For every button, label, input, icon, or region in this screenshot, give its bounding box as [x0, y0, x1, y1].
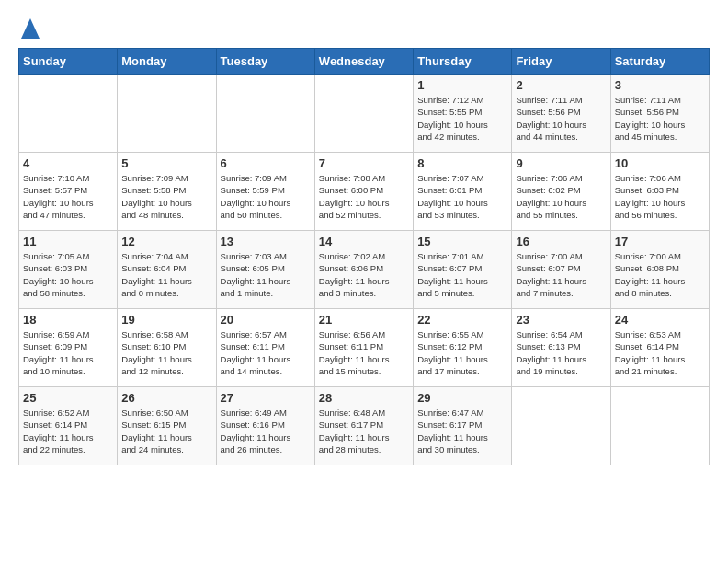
day-number: 14	[319, 235, 409, 248]
calendar-cell: 22Sunrise: 6:55 AM Sunset: 6:12 PM Dayli…	[414, 309, 512, 387]
weekday-header: Monday	[118, 49, 216, 75]
day-number: 7	[319, 156, 409, 170]
calendar-cell	[19, 75, 118, 153]
calendar-cell: 3Sunrise: 7:11 AM Sunset: 5:56 PM Daylig…	[610, 75, 709, 153]
day-info: Sunrise: 7:05 AM Sunset: 6:03 PM Dayligh…	[23, 250, 113, 299]
calendar-cell: 23Sunrise: 6:54 AM Sunset: 6:13 PM Dayli…	[512, 309, 610, 387]
day-number: 4	[23, 156, 113, 170]
calendar-cell	[216, 75, 314, 153]
calendar-cell: 2Sunrise: 7:11 AM Sunset: 5:56 PM Daylig…	[512, 75, 610, 153]
calendar-cell: 6Sunrise: 7:09 AM Sunset: 5:59 PM Daylig…	[216, 153, 314, 231]
day-info: Sunrise: 6:54 AM Sunset: 6:13 PM Dayligh…	[516, 328, 606, 377]
day-info: Sunrise: 7:07 AM Sunset: 6:01 PM Dayligh…	[417, 172, 507, 221]
day-info: Sunrise: 6:49 AM Sunset: 6:16 PM Dayligh…	[221, 407, 311, 455]
calendar-cell: 29Sunrise: 6:47 AM Sunset: 6:17 PM Dayli…	[414, 387, 512, 465]
day-info: Sunrise: 7:02 AM Sunset: 6:06 PM Dayligh…	[319, 250, 409, 299]
calendar-week-row: 4Sunrise: 7:10 AM Sunset: 5:57 PM Daylig…	[19, 153, 710, 231]
calendar-cell: 5Sunrise: 7:09 AM Sunset: 5:58 PM Daylig…	[118, 153, 216, 231]
calendar-cell: 18Sunrise: 6:59 AM Sunset: 6:09 PM Dayli…	[19, 309, 118, 387]
day-info: Sunrise: 6:53 AM Sunset: 6:14 PM Dayligh…	[615, 328, 705, 377]
day-number: 22	[417, 313, 507, 327]
logo	[18, 18, 40, 39]
day-number: 6	[221, 156, 311, 170]
day-info: Sunrise: 7:12 AM Sunset: 5:55 PM Dayligh…	[417, 94, 507, 143]
calendar-cell: 21Sunrise: 6:56 AM Sunset: 6:11 PM Dayli…	[314, 309, 413, 387]
calendar-cell: 1Sunrise: 7:12 AM Sunset: 5:55 PM Daylig…	[414, 75, 512, 153]
day-number: 20	[221, 313, 311, 327]
day-number: 9	[516, 156, 606, 170]
day-info: Sunrise: 7:11 AM Sunset: 5:56 PM Dayligh…	[516, 94, 606, 143]
day-number: 24	[615, 313, 705, 327]
svg-marker-0	[21, 18, 40, 39]
calendar-cell: 16Sunrise: 7:00 AM Sunset: 6:07 PM Dayli…	[512, 231, 610, 309]
calendar-cell: 19Sunrise: 6:58 AM Sunset: 6:10 PM Dayli…	[118, 309, 216, 387]
weekday-header: Saturday	[610, 49, 709, 75]
calendar-cell: 4Sunrise: 7:10 AM Sunset: 5:57 PM Daylig…	[19, 153, 118, 231]
day-number: 10	[615, 156, 705, 170]
weekday-header: Sunday	[19, 49, 118, 75]
calendar-cell: 10Sunrise: 7:06 AM Sunset: 6:03 PM Dayli…	[610, 153, 709, 231]
day-info: Sunrise: 7:06 AM Sunset: 6:03 PM Dayligh…	[615, 172, 705, 221]
day-number: 17	[615, 235, 705, 248]
day-info: Sunrise: 7:06 AM Sunset: 6:02 PM Dayligh…	[516, 172, 606, 221]
calendar-table: SundayMondayTuesdayWednesdayThursdayFrid…	[18, 48, 710, 465]
weekday-header: Thursday	[414, 49, 512, 75]
calendar-cell: 15Sunrise: 7:01 AM Sunset: 6:07 PM Dayli…	[414, 231, 512, 309]
day-number: 29	[417, 391, 507, 405]
calendar-cell: 20Sunrise: 6:57 AM Sunset: 6:11 PM Dayli…	[216, 309, 314, 387]
day-number: 8	[417, 156, 507, 170]
day-number: 26	[121, 391, 211, 405]
day-info: Sunrise: 7:10 AM Sunset: 5:57 PM Dayligh…	[23, 172, 113, 221]
calendar-cell: 8Sunrise: 7:07 AM Sunset: 6:01 PM Daylig…	[414, 153, 512, 231]
weekday-header: Wednesday	[314, 49, 413, 75]
day-number: 2	[516, 78, 606, 92]
calendar-cell: 9Sunrise: 7:06 AM Sunset: 6:02 PM Daylig…	[512, 153, 610, 231]
day-info: Sunrise: 6:48 AM Sunset: 6:17 PM Dayligh…	[319, 407, 409, 455]
day-info: Sunrise: 6:58 AM Sunset: 6:10 PM Dayligh…	[121, 328, 211, 377]
calendar-cell: 28Sunrise: 6:48 AM Sunset: 6:17 PM Dayli…	[314, 387, 413, 465]
calendar-cell: 25Sunrise: 6:52 AM Sunset: 6:14 PM Dayli…	[19, 387, 118, 465]
day-info: Sunrise: 6:50 AM Sunset: 6:15 PM Dayligh…	[121, 407, 211, 455]
day-info: Sunrise: 6:52 AM Sunset: 6:14 PM Dayligh…	[23, 407, 113, 455]
day-number: 11	[23, 235, 113, 248]
day-number: 25	[23, 391, 113, 405]
calendar-week-row: 18Sunrise: 6:59 AM Sunset: 6:09 PM Dayli…	[19, 309, 710, 387]
page-header	[18, 18, 710, 39]
day-info: Sunrise: 6:56 AM Sunset: 6:11 PM Dayligh…	[319, 328, 409, 377]
day-number: 1	[417, 78, 507, 92]
day-info: Sunrise: 6:47 AM Sunset: 6:17 PM Dayligh…	[417, 407, 507, 455]
day-info: Sunrise: 7:09 AM Sunset: 5:59 PM Dayligh…	[221, 172, 311, 221]
weekday-header-row: SundayMondayTuesdayWednesdayThursdayFrid…	[19, 49, 710, 75]
day-number: 23	[516, 313, 606, 327]
calendar-cell: 26Sunrise: 6:50 AM Sunset: 6:15 PM Dayli…	[118, 387, 216, 465]
day-number: 19	[121, 313, 211, 327]
day-number: 12	[121, 235, 211, 248]
calendar-cell: 11Sunrise: 7:05 AM Sunset: 6:03 PM Dayli…	[19, 231, 118, 309]
day-info: Sunrise: 7:04 AM Sunset: 6:04 PM Dayligh…	[121, 250, 211, 299]
calendar-cell: 13Sunrise: 7:03 AM Sunset: 6:05 PM Dayli…	[216, 231, 314, 309]
calendar-cell	[118, 75, 216, 153]
day-number: 27	[221, 391, 311, 405]
day-info: Sunrise: 7:03 AM Sunset: 6:05 PM Dayligh…	[221, 250, 311, 299]
day-number: 28	[319, 391, 409, 405]
day-number: 16	[516, 235, 606, 248]
day-info: Sunrise: 6:57 AM Sunset: 6:11 PM Dayligh…	[221, 328, 311, 377]
day-number: 3	[615, 78, 705, 92]
logo-arrow-icon	[21, 18, 40, 42]
calendar-cell	[610, 387, 709, 465]
day-info: Sunrise: 6:59 AM Sunset: 6:09 PM Dayligh…	[23, 328, 113, 377]
calendar-week-row: 1Sunrise: 7:12 AM Sunset: 5:55 PM Daylig…	[19, 75, 710, 153]
day-number: 13	[221, 235, 311, 248]
day-number: 18	[23, 313, 113, 327]
day-info: Sunrise: 7:01 AM Sunset: 6:07 PM Dayligh…	[417, 250, 507, 299]
calendar-cell: 14Sunrise: 7:02 AM Sunset: 6:06 PM Dayli…	[314, 231, 413, 309]
calendar-cell: 12Sunrise: 7:04 AM Sunset: 6:04 PM Dayli…	[118, 231, 216, 309]
day-info: Sunrise: 7:09 AM Sunset: 5:58 PM Dayligh…	[121, 172, 211, 221]
weekday-header: Friday	[512, 49, 610, 75]
day-info: Sunrise: 6:55 AM Sunset: 6:12 PM Dayligh…	[417, 328, 507, 377]
day-info: Sunrise: 7:00 AM Sunset: 6:08 PM Dayligh…	[615, 250, 705, 299]
day-number: 21	[319, 313, 409, 327]
calendar-cell	[512, 387, 610, 465]
calendar-cell: 7Sunrise: 7:08 AM Sunset: 6:00 PM Daylig…	[314, 153, 413, 231]
day-info: Sunrise: 7:08 AM Sunset: 6:00 PM Dayligh…	[319, 172, 409, 221]
